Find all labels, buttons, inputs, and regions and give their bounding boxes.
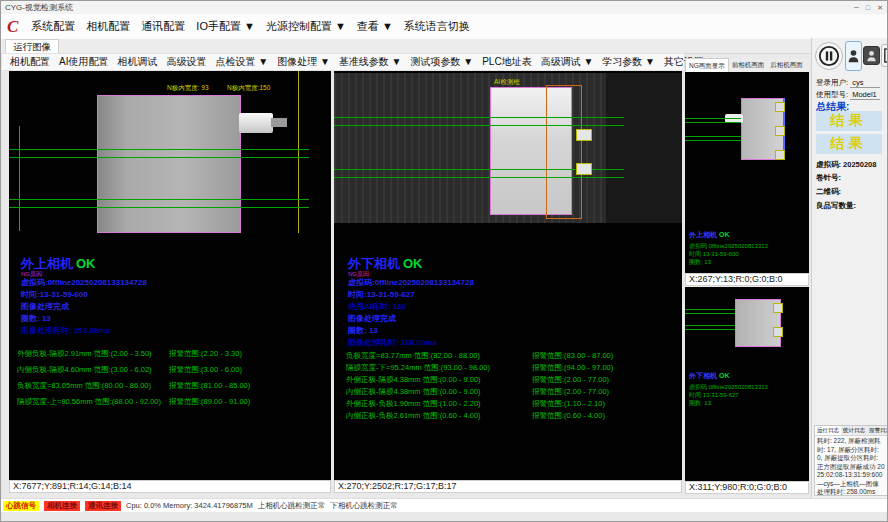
operator-button[interactable] [863, 46, 880, 65]
edge-line [9, 207, 309, 208]
minimize-icon[interactable]: ─ [854, 4, 859, 12]
menu-bar: C 系统配置 相机配置 通讯配置 IO手配置 ▼ 光源控制配置 ▼ 查看 ▼ 系… [1, 14, 887, 40]
tool-learning-params[interactable]: 学习参数 ▼ [602, 55, 655, 69]
measurement-alarm: 报警范围:(3.00 - 6.00) [169, 365, 242, 375]
user-dark-icon [867, 50, 876, 62]
tool-ai-config[interactable]: AI使用配置 [59, 55, 108, 69]
edge-line [9, 199, 309, 200]
tool-test-params[interactable]: 测试项参数 ▼ [411, 55, 474, 69]
measurement-alarm: 报警范围:(2.20 - 3.30) [169, 349, 242, 359]
tab-highlight [775, 126, 785, 136]
menu-comm-config[interactable]: 通讯配置 [141, 19, 185, 34]
menu-system-config[interactable]: 系统配置 [31, 19, 75, 34]
ai-box-label: AI检测框 [494, 78, 520, 87]
edge-line [685, 313, 735, 314]
app-window: CYG-视觉检测系统 ─ □ ✕ C 系统配置 相机配置 通讯配置 IO手配置 … [0, 0, 888, 522]
lower-camera-pixel-readout: X:270;Y:2502;R:17;G:17;B:17 [334, 480, 682, 493]
tab-front-camera[interactable]: 前相机画面 [729, 58, 768, 72]
app-logo-icon: C [7, 18, 18, 35]
comm-connect-badge: 通讯连接 [85, 501, 121, 511]
camera-result-title: 外上相机OK [689, 230, 730, 240]
tab-bar: 运行图像 [1, 39, 811, 54]
tab-rear-camera[interactable]: 后相机画面 [767, 58, 806, 72]
heartbeat-signal-badge: 心跳信号 [3, 501, 39, 511]
upper-camera-heartbeat-status: 上相机心跳检测正常 [258, 501, 326, 511]
upper-camera-pixel-readout: X:7677;Y:891;R:14;G:14;B:14 [9, 480, 331, 493]
log-panel[interactable]: 运行日志 统计日志 报警日志 耗时: 222, 屏蔽检测耗时: 17, 屏蔽分区… [814, 425, 888, 496]
tab-highlight [773, 327, 783, 337]
toolbar: 相机配置 AI使用配置 相机调试 高级设置 点检设置 ▼ 图像处理 ▼ 基准线参… [1, 53, 685, 71]
camera-name: 外上相机 [689, 231, 717, 238]
edge-line [685, 118, 741, 119]
menu-io-config[interactable]: IO手配置 ▼ [196, 19, 255, 34]
status-ok: OK [719, 372, 730, 379]
edge-line [9, 157, 309, 158]
status-ok: OK [76, 256, 96, 271]
menu-camera-config[interactable]: 相机配置 [86, 19, 130, 34]
log-tab-alarm[interactable]: 报警日志 [867, 426, 888, 435]
tool-baseline-params[interactable]: 基准线参数 ▼ [339, 55, 402, 69]
tool-camera-debug[interactable]: 相机调试 [117, 55, 157, 69]
edge-line [685, 329, 735, 330]
write-count-label: 良品写数量: [816, 201, 856, 210]
tool-camera-config[interactable]: 相机配置 [10, 55, 50, 69]
maximize-icon[interactable]: □ [866, 4, 870, 12]
measurement-value: 隔膜宽度-下=95.24mm 范围:(93.00 - 98.00) [346, 363, 490, 373]
tab-highlight [775, 150, 785, 160]
result-box-lower: 结果 [816, 134, 882, 154]
logout-button[interactable] [881, 44, 888, 67]
virtual-code-line: 虚拟码:0ffline20250208133134728 [348, 277, 474, 288]
tool-image-processing[interactable]: 图像处理 ▼ [277, 55, 330, 69]
log-tab-bar: 运行日志 统计日志 报警日志 [815, 426, 887, 436]
measurement-alarm: 报警范围:(2.00 - 77.00) [532, 375, 609, 385]
model-value[interactable]: Model1 [850, 90, 880, 100]
upper-camera-viewport[interactable]: N极内宽度: 93 N极内宽度:150 外上相机OK NG原因: 虚拟码:0ff… [9, 71, 331, 480]
virtual-code-line: 虚拟码:0ffline20250208133134728 [21, 277, 147, 288]
virtual-code-label: 虚拟码: [816, 160, 841, 169]
measurement-value: 内侧负极-隔膜4.60mm 范围:(3.00 - 6.02) [17, 365, 152, 375]
turns-line: 圈数: 13 [689, 258, 711, 267]
lower-camera-viewport[interactable]: AI检测框 外下相机OK NG原因: 虚拟码:0ffline2025020813… [334, 71, 682, 480]
tool-advanced-settings[interactable]: 高级设置 [166, 55, 206, 69]
battery-cell-image [97, 95, 241, 233]
user-icon [848, 49, 859, 63]
measure-annotation: N极内宽度:150 [227, 84, 270, 93]
log-text: 耗时: 222, 屏蔽检测耗时: 17, 屏蔽分区耗时: 0, 屏蔽提取分区耗时… [815, 436, 887, 496]
camera-connect-badge: 相机连接 [44, 501, 80, 511]
thumb-upper-viewport[interactable]: 外上相机OK 虚拟码:0ffline2025020813313 时间:13-31… [685, 72, 809, 273]
tool-spot-check[interactable]: 点检设置 ▼ [215, 55, 268, 69]
log-tab-run[interactable]: 运行日志 [815, 426, 841, 435]
measurement-alarm: 报警范围:(94.00 - 97.00) [532, 363, 613, 373]
user-switch-button[interactable] [845, 41, 862, 71]
ai-detect-box [546, 85, 582, 219]
tab-ng-display[interactable]: NG画面显示 [685, 58, 729, 72]
thumb-lower-pixel-readout: X:311;Y:980;R:0;G:0;B:0 [685, 481, 809, 494]
window-title: CYG-视觉检测系统 [5, 2, 73, 13]
pause-button[interactable] [815, 42, 843, 70]
time-line: 时间:13-31-59-627 [348, 289, 415, 300]
edge-line [685, 136, 741, 137]
tab-run-image[interactable]: 运行图像 [5, 39, 59, 53]
write-count-row: 良品写数量: [816, 201, 856, 211]
log-tab-stats[interactable]: 统计日志 [841, 426, 867, 435]
login-user-value[interactable]: cys [850, 78, 880, 88]
tab-highlight [576, 163, 592, 175]
camera-name: 外上相机 [21, 256, 73, 271]
time-line: 时间:13-31-59-600 [21, 289, 88, 300]
menu-language-switch[interactable]: 系统语言切换 [404, 19, 470, 34]
measurement-alarm: 报警范围:(0.60 - 4.00) [532, 411, 605, 421]
ai-elapsed-line: 使用AI耗时: 166 [348, 301, 406, 312]
title-bar: CYG-视觉检测系统 ─ □ ✕ [1, 1, 887, 15]
menu-light-config[interactable]: 光源控制配置 ▼ [266, 19, 346, 34]
menu-view[interactable]: 查看 ▼ [357, 19, 393, 34]
cpu-memory-readout: Cpu: 0.0% Memory: 3424.41796875M [126, 501, 253, 510]
thumb-lower-viewport[interactable]: 外下相机OK 虚拟码:0ffline2025020813313 时间:13-31… [685, 287, 809, 481]
close-icon[interactable]: ✕ [877, 4, 883, 12]
process-done-line: 图像处理完成 [348, 313, 396, 324]
tool-plc-address[interactable]: PLC地址表 [482, 55, 531, 69]
tool-advanced-debug[interactable]: 高级调试 ▼ [541, 55, 594, 69]
edge-line [685, 325, 735, 326]
result-box-upper: 结果 [816, 111, 882, 131]
measurement-alarm: 报警范围:(2.00 - 77.00) [532, 387, 609, 397]
measurement-alarm: 报警范围:(81.00 - 85.00) [169, 381, 250, 391]
